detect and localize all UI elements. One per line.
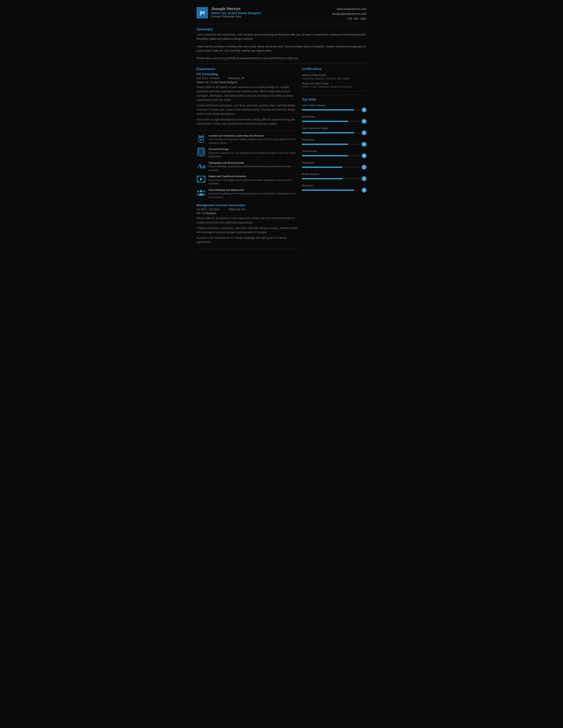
skill-row-6: Motion Graphics 7 — [302, 173, 367, 181]
skill-bar-bg-3 — [302, 144, 360, 145]
svg-marker-12 — [200, 177, 203, 181]
skill-bar-bg-6 — [302, 178, 360, 179]
expertise-animation-text: Digital and Traditional Animation Experi… — [208, 174, 299, 186]
typography-icon: Aa — [196, 161, 206, 170]
job-desc3-msa: Assisted in the development of a design … — [196, 236, 299, 244]
certifications-area: Certifications Adobe Certified Expert Ph… — [302, 67, 367, 91]
summary-section: Summary I am a seasoned user experience,… — [196, 27, 367, 64]
skill-row-7: Illustration 9 — [302, 184, 367, 193]
expertise-item-typography: Aa Typography and Brand Identity Deep kn… — [196, 161, 299, 172]
skill-bar-2: 9 — [302, 130, 367, 135]
skill-row-3: Prototyping 8 — [302, 138, 367, 147]
job-dates-fti: Dec 2014 - Present — [196, 77, 219, 80]
person-title: Senior UX, UI and Visual Designer — [211, 11, 261, 15]
svg-point-5 — [201, 155, 201, 156]
svg-point-13 — [200, 190, 202, 192]
skill-bar-fill-2 — [302, 132, 354, 133]
person-name: Joseph Herron — [211, 7, 261, 11]
job-desc1-msa: Responsible for all aspects of user expe… — [196, 216, 299, 225]
website: www.josephherron.com — [332, 7, 367, 11]
skill-bar-3: 8 — [302, 142, 367, 147]
header-name-block: Joseph Herron Senior UX, UI and Visual D… — [211, 7, 261, 18]
experience-column: Experience FTI Consulting Dec 2014 - Pre… — [196, 67, 299, 252]
job-desc3-fti: Work within an agile development environ… — [196, 118, 299, 126]
svg-rect-9 — [203, 176, 205, 178]
job-fti: FTI Consulting Dec 2014 - Present Pittsb… — [196, 72, 299, 131]
skill-bar-6: 7 — [302, 176, 367, 181]
experience-layout: Experience FTI Consulting Dec 2014 - Pre… — [196, 67, 367, 252]
skill-bar-bg-5 — [302, 167, 360, 168]
skill-bar-fill-7 — [302, 190, 354, 191]
skill-bar-fill-0 — [302, 109, 354, 111]
page-header: jH Joseph Herron Senior UX, UI and Visua… — [196, 7, 367, 24]
skill-score-0: 9 — [362, 107, 367, 112]
expertise-team-text: Team Building and Mentorship Experience … — [208, 188, 299, 199]
summary-text-2: I have had the privilege of working with… — [196, 45, 367, 53]
logo: jH — [196, 7, 208, 19]
svg-point-15 — [203, 190, 205, 193]
skill-bar-bg-2 — [302, 132, 360, 133]
skill-score-3: 8 — [362, 142, 367, 147]
job-meta-msa: Jul 2013 - Oct 2014 Pittsburgh, PA — [196, 208, 299, 211]
certifications-title: Certifications — [302, 67, 367, 71]
cert-2-desc: HTML5, CSS3, Bootstrap, Mobile First Des… — [302, 85, 367, 88]
summary-text-3: Please have a look at my portfolio at ww… — [196, 56, 367, 60]
job-dates-msa: Jul 2013 - Oct 2014 — [196, 208, 220, 211]
cert-2: Responsive Web Design — [302, 82, 367, 86]
skill-row-5: Typography 7 — [302, 161, 367, 170]
summary-title: Summary — [196, 27, 367, 31]
skill-label-4: Visual Design — [302, 150, 367, 152]
svg-text:Aa: Aa — [197, 162, 205, 170]
skill-row-4: Visual Design 8 — [302, 150, 367, 158]
skill-score-5: 7 — [362, 165, 367, 170]
phone: 724. 433. 1831 — [332, 16, 367, 21]
skill-score-6: 7 — [362, 176, 367, 181]
skill-bar-bg-7 — [302, 190, 360, 191]
skill-bar-fill-4 — [302, 155, 348, 156]
expertise-leadership-text: creative and Technical Leadership and Di… — [208, 134, 299, 145]
skill-bar-0: 9 — [302, 107, 367, 112]
skill-row-2: User Experience Design 9 — [302, 127, 367, 135]
expertise-item-animation: Digital and Traditional Animation Experi… — [196, 174, 299, 186]
job-desc2-fti: Create wireframes, prototypes, user flow… — [196, 103, 299, 116]
header-contact: www.josephherron.com design@josephherron… — [332, 7, 367, 21]
skill-bar-7: 9 — [302, 188, 367, 193]
skill-score-1: 8 — [362, 119, 367, 124]
skill-label-0: User Interface Design — [302, 104, 367, 107]
skill-bar-4: 8 — [302, 153, 367, 158]
expertise-ux-text: UX and UI Design Extensive experience in… — [208, 147, 299, 158]
skill-bars-list: User Interface Design 9 Wireframing 8 Us… — [302, 104, 367, 193]
film-icon — [196, 174, 206, 184]
skill-label-1: Wireframing — [302, 115, 367, 118]
skill-bar-fill-1 — [302, 121, 348, 122]
experience-title: Experience — [196, 67, 299, 71]
skill-score-7: 9 — [362, 188, 367, 193]
skill-label-5: Typography — [302, 161, 367, 164]
company-name-msa: Management Science Associates — [196, 203, 299, 207]
job-msa: Management Science Associates Jul 2013 -… — [196, 203, 299, 249]
skill-bar-bg-4 — [302, 155, 360, 156]
skill-bar-fill-5 — [302, 167, 343, 168]
skill-label-2: User Experience Design — [302, 127, 367, 129]
skill-label-6: Motion Graphics — [302, 173, 367, 175]
company-name-fti: FTI Consulting — [196, 72, 299, 76]
tablet-icon — [196, 147, 206, 157]
job-location-msa: Pittsburgh, PA — [228, 208, 245, 211]
summary-text-1: I am a seasoned user experience, user in… — [196, 33, 367, 41]
job-meta-fti: Dec 2014 - Present Pittsburgh, PA — [196, 77, 299, 80]
skills-bars: Top Skills User Interface Design 9 Wiref… — [302, 95, 367, 193]
skill-score-4: 8 — [362, 153, 367, 158]
skill-score-2: 9 — [362, 130, 367, 135]
job-title-fti: Senior UX, UI and Visual Designer — [196, 81, 299, 84]
cert-1-desc: Photoshop, Illustrator, InDesign, After … — [302, 77, 367, 80]
svg-rect-8 — [197, 176, 199, 178]
expertise-icons: creative and Technical Leadership and Di… — [196, 134, 299, 199]
skill-label-3: Prototyping — [302, 138, 367, 141]
cert-1: Adobe Certified Expert — [302, 73, 367, 77]
svg-rect-10 — [197, 180, 199, 182]
skill-label-7: Illustration — [302, 184, 367, 187]
skill-bar-fill-6 — [302, 178, 343, 179]
skill-bar-bg-1 — [302, 121, 360, 122]
expertise-item-leadership: creative and Technical Leadership and Di… — [196, 134, 299, 145]
svg-rect-11 — [203, 180, 205, 182]
